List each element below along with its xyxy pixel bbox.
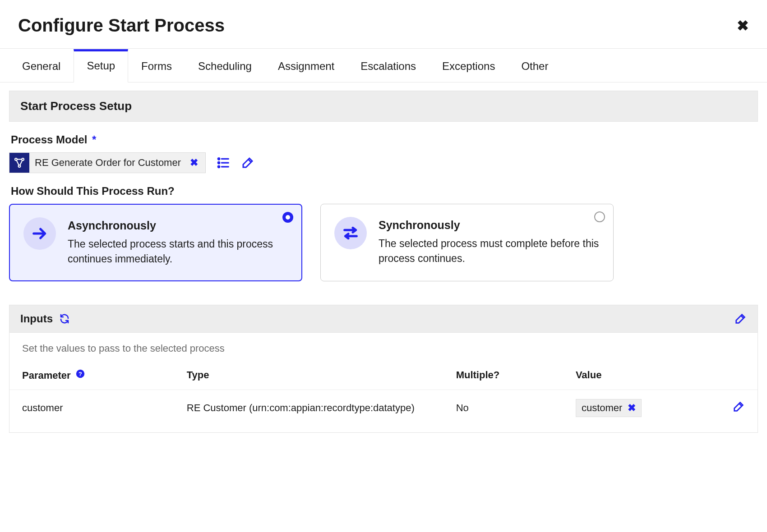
radio-sync[interactable]: [594, 211, 605, 222]
svg-text:?: ?: [79, 370, 82, 377]
col-type: Type: [174, 359, 444, 390]
run-option-sync[interactable]: Synchronously The selected process must …: [320, 204, 614, 281]
tab-general[interactable]: General: [9, 50, 74, 83]
run-sync-desc: The selected process must complete befor…: [379, 236, 600, 266]
tab-setup[interactable]: Setup: [74, 49, 128, 83]
col-multiple: Multiple?: [444, 359, 563, 390]
tab-assignment[interactable]: Assignment: [265, 50, 347, 83]
process-model-row: RE Generate Order for Customer ✖: [9, 152, 758, 173]
svg-point-3: [218, 158, 220, 160]
tab-other[interactable]: Other: [508, 50, 561, 83]
tab-scheduling[interactable]: Scheduling: [185, 50, 265, 83]
svg-point-1: [22, 158, 24, 161]
required-star-icon: *: [92, 133, 96, 146]
table-row: customer RE Customer (urn:com:appian:rec…: [9, 390, 758, 432]
svg-point-4: [218, 162, 220, 164]
tab-escalations[interactable]: Escalations: [347, 50, 429, 83]
inputs-panel: Inputs Set the values to pass to the sel…: [9, 305, 758, 433]
swap-icon: [334, 217, 367, 249]
run-option-async[interactable]: Asynchronously The selected process star…: [9, 204, 302, 281]
value-chip-text: customer: [582, 402, 622, 414]
col-parameter-label: Parameter: [22, 370, 71, 381]
edit-row-icon[interactable]: [732, 400, 745, 413]
arrow-right-icon: [23, 217, 56, 250]
process-model-icon: [9, 153, 29, 173]
inputs-table: Parameter ? Type Multiple? Value custome: [9, 359, 758, 432]
svg-point-5: [218, 166, 220, 168]
process-model-label-text: Process Model: [11, 133, 87, 146]
setup-content: Start Process Setup Process Model * RE G…: [0, 91, 767, 451]
value-chip[interactable]: customer ✖: [576, 399, 642, 417]
run-sync-body: Synchronously The selected process must …: [379, 217, 600, 267]
refresh-icon[interactable]: [59, 313, 70, 324]
svg-point-0: [15, 158, 17, 161]
run-options: Asynchronously The selected process star…: [9, 204, 758, 281]
list-icon[interactable]: [217, 156, 230, 170]
inputs-header: Inputs: [9, 305, 758, 333]
run-async-title: Asynchronously: [68, 219, 288, 232]
cell-actions: [698, 390, 758, 432]
cell-multiple: No: [444, 390, 563, 432]
run-async-body: Asynchronously The selected process star…: [68, 217, 288, 267]
process-model-clear-icon[interactable]: ✖: [187, 157, 201, 169]
col-actions: [698, 359, 758, 390]
tab-forms[interactable]: Forms: [128, 50, 185, 83]
col-parameter: Parameter ?: [9, 359, 174, 390]
dialog-header: Configure Start Process ✖: [0, 0, 767, 49]
section-title: Start Process Setup: [9, 91, 758, 122]
process-model-value: RE Generate Order for Customer: [35, 157, 187, 169]
cell-param: customer: [9, 390, 174, 432]
run-question: How Should This Process Run?: [11, 185, 756, 197]
process-model-chip[interactable]: RE Generate Order for Customer ✖: [9, 152, 206, 173]
inputs-header-label: Inputs: [20, 312, 53, 325]
tab-bar: General Setup Forms Scheduling Assignmen…: [0, 49, 767, 83]
configure-start-process-dialog: Configure Start Process ✖ General Setup …: [0, 0, 767, 451]
cell-value: customer ✖: [563, 390, 698, 432]
process-model-label: Process Model *: [11, 133, 756, 146]
inputs-hint: Set the values to pass to the selected p…: [9, 333, 758, 359]
cell-type: RE Customer (urn:com:appian:recordtype:d…: [174, 390, 444, 432]
radio-async[interactable]: [282, 212, 293, 223]
run-sync-title: Synchronously: [379, 219, 600, 232]
svg-point-2: [18, 165, 21, 167]
value-clear-icon[interactable]: ✖: [628, 402, 636, 414]
edit-process-model-icon[interactable]: [241, 156, 254, 170]
tab-exceptions[interactable]: Exceptions: [429, 50, 508, 83]
help-icon[interactable]: ?: [75, 370, 85, 381]
col-value: Value: [563, 359, 698, 390]
edit-inputs-icon[interactable]: [734, 312, 747, 325]
close-icon[interactable]: ✖: [737, 18, 749, 33]
run-async-desc: The selected process starts and this pro…: [68, 237, 288, 267]
dialog-title: Configure Start Process: [18, 15, 225, 36]
